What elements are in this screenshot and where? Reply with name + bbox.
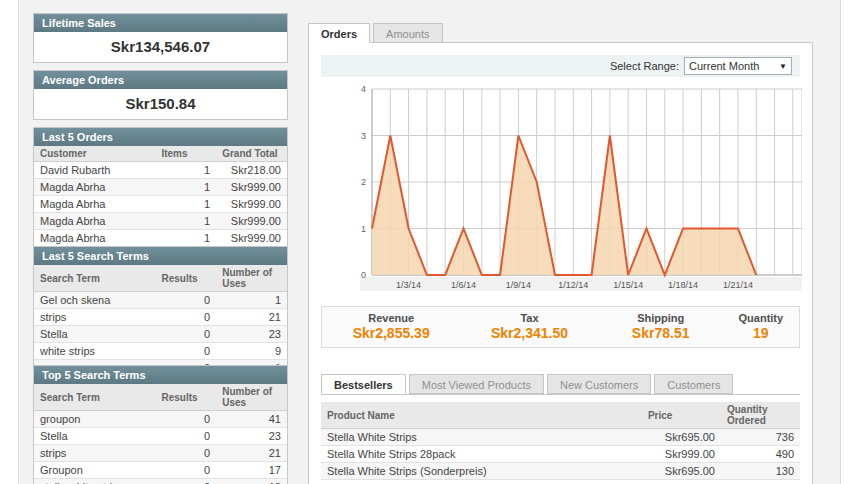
cell: 23: [216, 326, 287, 343]
bestsellers-tabbar: BestsellersMost Viewed ProductsNew Custo…: [321, 374, 800, 395]
cell: 0: [155, 445, 216, 462]
panel-title: Lifetime Sales: [34, 14, 287, 32]
cell: 23: [216, 428, 287, 445]
range-select-value: Current Month: [689, 60, 759, 72]
cell: 21: [216, 309, 287, 326]
cell: 0: [155, 428, 216, 445]
panel-lifetime-sales: Lifetime Sales Skr134,546.07: [33, 13, 288, 63]
cell: 0: [155, 326, 216, 343]
svg-text:2: 2: [361, 177, 366, 187]
cell: 0: [155, 309, 216, 326]
dashboard-main: OrdersAmounts Select Range: Current Mont…: [308, 23, 813, 484]
cell: strips: [34, 445, 155, 462]
cell: Skr218.00: [216, 162, 287, 179]
cell: 17: [216, 462, 287, 479]
panel-average-orders: Average Orders Skr150.84: [33, 70, 288, 120]
tab-new-customers[interactable]: New Customers: [547, 374, 651, 394]
panel-title: Last 5 Orders: [34, 128, 287, 146]
cell: groupon: [34, 411, 155, 428]
cell: Skr554.54: [642, 480, 721, 484]
stat-revenue: RevenueSkr2,855.39: [322, 312, 460, 341]
stat-tax: TaxSkr2,341.50: [460, 312, 598, 341]
tab-bestsellers[interactable]: Bestsellers: [321, 374, 406, 394]
cell: 1: [155, 162, 216, 179]
last-5-orders-table: CustomerItemsGrand Total David Rubarth1S…: [34, 146, 287, 247]
cell: 736: [721, 429, 800, 446]
svg-text:1/6/14: 1/6/14: [451, 280, 476, 290]
stat-value: Skr2,855.39: [322, 325, 460, 341]
stat-value: 19: [723, 325, 799, 341]
panel-title: Top 5 Search Terms: [34, 366, 287, 384]
panel-top-5-search-terms: Top 5 Search Terms Search TermResultsNum…: [33, 365, 288, 484]
cell: Stella White Pen: [321, 480, 642, 484]
cell: Magda Abrha: [34, 230, 155, 247]
cell: David Rubarth: [34, 162, 155, 179]
svg-text:1/15/14: 1/15/14: [613, 280, 643, 290]
table-row: Stella White StripsSkr695.00736: [321, 429, 800, 446]
panel-last-5-search-terms: Last 5 Search Terms Search TermResultsNu…: [33, 246, 288, 378]
table-row: white strips09: [34, 343, 287, 360]
cell: 102: [721, 480, 800, 484]
cell: Stella White Strips: [321, 429, 642, 446]
table-row: Stella White Strips 28packSkr999.00490: [321, 446, 800, 463]
table-row: Stella White PenSkr554.54102: [321, 480, 800, 484]
orders-chart: 012341/3/141/6/141/9/141/12/141/15/141/1…: [321, 85, 802, 291]
panel-last-5-orders: Last 5 Orders CustomerItemsGrand Total D…: [33, 127, 288, 248]
tab-orders[interactable]: Orders: [308, 23, 370, 43]
column-header: Number of Uses: [216, 384, 287, 411]
cell: white strips: [34, 343, 155, 360]
cell: Stella White Strips (Sonderpreis): [321, 463, 642, 480]
tab-amounts[interactable]: Amounts: [373, 23, 442, 43]
cell: 13: [216, 479, 287, 484]
column-header-row: Search TermResultsNumber of Uses: [34, 265, 287, 292]
column-header: Items: [155, 146, 216, 162]
table-row: Magda Abrha1Skr999.00: [34, 196, 287, 213]
chart-wrap: 012341/3/141/6/141/9/141/12/141/15/141/1…: [321, 85, 800, 295]
cell: 1: [155, 179, 216, 196]
table-row: stella white strips013: [34, 479, 287, 484]
svg-text:4: 4: [361, 85, 366, 94]
cell: 0: [155, 462, 216, 479]
table-row: strips021: [34, 445, 287, 462]
panel-title: Average Orders: [34, 71, 287, 89]
column-header: Number of Uses: [216, 265, 287, 292]
last-5-search-terms-table: Search TermResultsNumber of Uses Gel och…: [34, 265, 287, 377]
table-row: David Rubarth1Skr218.00: [34, 162, 287, 179]
svg-text:1/21/14: 1/21/14: [723, 280, 753, 290]
column-header: Search Term: [34, 265, 155, 292]
cell: Skr999.00: [216, 213, 287, 230]
cell: 0: [155, 411, 216, 428]
column-header: Results: [155, 265, 216, 292]
orders-amounts-tabbar: OrdersAmounts: [308, 23, 813, 43]
range-select[interactable]: Current Month ▼: [684, 57, 792, 75]
cell: 130: [721, 463, 800, 480]
column-header: Results: [155, 384, 216, 411]
cell: Magda Abrha: [34, 179, 155, 196]
table-row: Stella023: [34, 428, 287, 445]
cell: Stella: [34, 428, 155, 445]
table-row: strips021: [34, 309, 287, 326]
cell: 41: [216, 411, 287, 428]
table-row: Stella023: [34, 326, 287, 343]
table-row: Stella White Strips (Sonderpreis)Skr695.…: [321, 463, 800, 480]
cell: 1: [155, 196, 216, 213]
cell: 0: [155, 343, 216, 360]
svg-text:1/3/14: 1/3/14: [396, 280, 421, 290]
cell: Magda Abrha: [34, 196, 155, 213]
stat-label: Shipping: [599, 312, 723, 324]
svg-text:1/12/14: 1/12/14: [558, 280, 588, 290]
cell: Stella: [34, 326, 155, 343]
average-orders-value: Skr150.84: [34, 89, 287, 119]
table-row: Magda Abrha1Skr999.00: [34, 230, 287, 247]
cell: Groupon: [34, 462, 155, 479]
chevron-down-icon: ▼: [779, 62, 787, 71]
cell: stella white strips: [34, 479, 155, 484]
cell: Skr999.00: [216, 196, 287, 213]
tab-customers[interactable]: Customers: [654, 374, 733, 394]
column-header-row: Product NamePriceQuantity Ordered: [321, 402, 800, 429]
tab-most-viewed-products[interactable]: Most Viewed Products: [409, 374, 544, 394]
select-range-label: Select Range:: [610, 60, 679, 72]
cell: 0: [155, 292, 216, 309]
stat-value: Skr78.51: [599, 325, 723, 341]
top-5-search-terms-table: Search TermResultsNumber of Uses groupon…: [34, 384, 287, 484]
